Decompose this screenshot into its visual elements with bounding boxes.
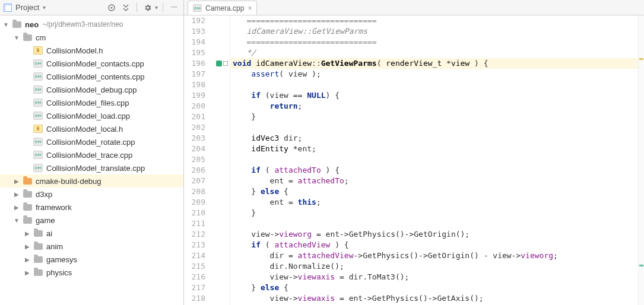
line-number: 217	[184, 282, 205, 293]
tree-item-label: CollisionModel_contents.cpp	[46, 72, 144, 81]
code-line[interactable]	[230, 218, 644, 229]
tree-item-label: physics	[46, 268, 72, 277]
tree-item-label: cmake-build-debug	[36, 177, 101, 186]
tree-item[interactable]: ▶framework	[0, 201, 183, 214]
scroll-marker-icon	[639, 265, 643, 266]
code-line[interactable]: void idCameraView::GetViewParms( renderV…	[230, 58, 644, 69]
expand-arrow-icon[interactable]: ▶	[13, 191, 20, 198]
gutter-mark-row	[209, 186, 230, 197]
line-number: 214	[184, 250, 205, 261]
tree-item[interactable]: ▶gamesys	[0, 253, 183, 266]
tree-item[interactable]: c++CollisionModel_translate.cpp	[0, 161, 183, 174]
line-number: 205	[184, 154, 205, 165]
code-line[interactable]: assert( view );	[230, 69, 644, 80]
tree-item[interactable]: ▼cm	[0, 31, 183, 44]
tree-item[interactable]: ▶cmake-build-debug	[0, 174, 183, 188]
code-line[interactable]: } else {	[230, 282, 644, 293]
code-line[interactable]	[230, 80, 644, 90]
expand-arrow-icon[interactable]: ▼	[2, 21, 9, 28]
expand-arrow-icon[interactable]: ▶	[13, 178, 20, 185]
code-line[interactable]: }	[230, 112, 644, 122]
tab-label: Camera.cpp	[205, 4, 244, 12]
tree-item[interactable]: ▶d3xp	[0, 188, 183, 201]
line-number: 198	[184, 80, 205, 90]
toolbar-separator	[137, 3, 137, 12]
code-line[interactable]	[230, 122, 644, 133]
expand-arrow-icon[interactable]: ▼	[13, 34, 20, 41]
code-line[interactable]: ============================	[230, 37, 644, 47]
gutter-mark-row	[209, 101, 230, 112]
tree-item[interactable]: c++CollisionModel_load.cpp	[0, 109, 183, 122]
gutter-mark-row	[209, 176, 230, 186]
cpp-file-icon: c++	[193, 4, 202, 12]
folder-icon	[34, 243, 43, 250]
code-line[interactable]: } else {	[230, 186, 644, 197]
ide-window: Project ▾ ▾ 一 ▼ neo	[0, 0, 644, 305]
code-line[interactable]: if (view == NULL) {	[230, 90, 644, 101]
tree-item[interactable]: c++CollisionModel_rotate.cpp	[0, 135, 183, 148]
dropdown-caret-icon[interactable]: ▾	[155, 4, 158, 11]
code-line[interactable]: if ( attachedView ) {	[230, 240, 644, 250]
tree-item-label: CollisionModel_files.cpp	[46, 99, 129, 107]
tree-root[interactable]: ▼ neo ~/prj/dhewm3-master/neo	[0, 18, 183, 31]
tree-item[interactable]: HCollisionModel_local.h	[0, 122, 183, 135]
tree-item[interactable]: ▼game	[0, 214, 183, 227]
tree-item[interactable]: c++CollisionModel_contacts.cpp	[0, 57, 183, 70]
code-area[interactable]: ============================ idCameraVie…	[230, 15, 644, 305]
folder-icon	[34, 256, 43, 263]
code-line[interactable]: }	[230, 208, 644, 218]
gutter-mark-row	[209, 47, 230, 58]
tree-item[interactable]: HCollisionModel.h	[0, 44, 183, 57]
folder-icon	[34, 269, 43, 276]
project-tree[interactable]: ▼ neo ~/prj/dhewm3-master/neo ▼cmHCollis…	[0, 15, 183, 305]
expand-arrow-icon[interactable]: ▼	[13, 217, 20, 224]
code-line[interactable]: dir = attachedView->GetPhysics()->GetOri…	[230, 250, 644, 261]
hide-icon[interactable]: 一	[168, 2, 180, 14]
tree-item[interactable]: ▶anim	[0, 240, 183, 253]
code-editor[interactable]: 1921931941951961971981992002012022032042…	[184, 15, 644, 305]
collapse-icon[interactable]	[120, 2, 132, 14]
scrollbar-overview[interactable]	[638, 15, 644, 305]
expand-arrow-icon[interactable]: ▶	[24, 269, 31, 276]
tree-item[interactable]: c++CollisionModel_contents.cpp	[0, 70, 183, 83]
tree-item[interactable]: ▶ai	[0, 227, 183, 240]
tree-root-label: neo	[25, 20, 39, 29]
code-line[interactable]: view->viewaxis = dir.ToMat3();	[230, 272, 644, 282]
code-line[interactable]: idVec3 dir;	[230, 133, 644, 144]
code-line[interactable]: idEntity *ent;	[230, 144, 644, 154]
locate-icon[interactable]	[106, 2, 118, 14]
code-line[interactable]: */	[230, 47, 644, 58]
code-line[interactable]: view->vieworg = ent->GetPhysics()->GetOr…	[230, 229, 644, 240]
folder-icon	[23, 191, 32, 198]
code-line[interactable]	[230, 154, 644, 165]
folder-icon	[23, 178, 32, 185]
expand-arrow-icon[interactable]: ▶	[24, 256, 31, 263]
tree-item-label: CollisionModel_local.h	[46, 125, 123, 134]
code-line[interactable]: dir.Normalize();	[230, 261, 644, 272]
close-icon[interactable]: ×	[248, 4, 252, 12]
tree-item[interactable]: c++CollisionModel_debug.cpp	[0, 83, 183, 96]
declaration-marker-icon[interactable]	[216, 61, 222, 66]
line-number: 194	[184, 37, 205, 47]
code-line[interactable]: if ( attachedTo ) {	[230, 165, 644, 176]
tree-item[interactable]: ▶physics	[0, 266, 183, 279]
expand-arrow-icon[interactable]: ▶	[13, 204, 20, 211]
expand-arrow-icon[interactable]: ▶	[24, 243, 31, 250]
code-line[interactable]: ent = this;	[230, 197, 644, 208]
code-line[interactable]: ent = attachedTo;	[230, 176, 644, 186]
gutter-mark-row	[209, 218, 230, 229]
editor-tab[interactable]: c++ Camera.cpp ×	[188, 1, 257, 15]
fold-icon[interactable]	[223, 61, 228, 66]
tree-item[interactable]: c++CollisionModel_trace.cpp	[0, 148, 183, 161]
project-dropdown[interactable]: Project ▾	[4, 3, 52, 12]
code-line[interactable]: ============================	[230, 15, 644, 26]
expand-arrow-icon[interactable]: ▶	[24, 230, 31, 237]
tree-item[interactable]: c++CollisionModel_files.cpp	[0, 96, 183, 109]
code-line[interactable]: view->viewaxis = ent->GetPhysics()->GetA…	[230, 293, 644, 304]
code-line[interactable]: return;	[230, 101, 644, 112]
tree-item-label: d3xp	[36, 190, 52, 199]
code-line[interactable]: idCameraView::GetViewParms	[230, 26, 644, 37]
gutter-mark-row	[209, 26, 230, 37]
gear-icon[interactable]	[142, 2, 154, 14]
cpp-file-icon: c++	[33, 151, 43, 159]
